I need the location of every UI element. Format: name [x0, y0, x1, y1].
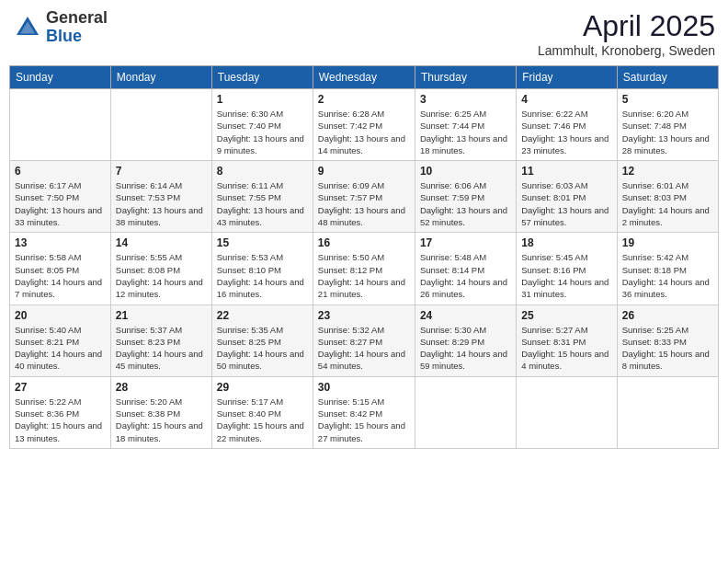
day-number: 27	[15, 381, 106, 394]
day-number: 14	[116, 236, 207, 249]
calendar-cell: 28Sunrise: 5:20 AM Sunset: 8:38 PM Dayli…	[110, 376, 211, 448]
calendar-cell: 11Sunrise: 6:03 AM Sunset: 8:01 PM Dayli…	[517, 161, 618, 233]
day-info: Sunrise: 6:14 AM Sunset: 7:53 PM Dayligh…	[116, 179, 207, 228]
week-row-3: 20Sunrise: 5:40 AM Sunset: 8:21 PM Dayli…	[10, 304, 719, 376]
day-number: 29	[217, 381, 308, 394]
calendar-cell: 23Sunrise: 5:32 AM Sunset: 8:27 PM Dayli…	[313, 304, 415, 376]
day-number: 23	[318, 309, 410, 322]
day-number: 15	[217, 236, 308, 249]
title-block: April 2025 Lammhult, Kronoberg, Sweden	[538, 9, 715, 58]
calendar-cell: 25Sunrise: 5:27 AM Sunset: 8:31 PM Dayli…	[517, 304, 618, 376]
calendar-cell: 10Sunrise: 6:06 AM Sunset: 7:59 PM Dayli…	[415, 161, 516, 233]
day-number: 11	[521, 165, 612, 178]
calendar-cell: 24Sunrise: 5:30 AM Sunset: 8:29 PM Dayli…	[415, 304, 516, 376]
day-number: 9	[318, 165, 410, 178]
day-info: Sunrise: 5:45 AM Sunset: 8:16 PM Dayligh…	[521, 251, 612, 300]
day-number: 21	[116, 309, 207, 322]
calendar-cell: 6Sunrise: 6:17 AM Sunset: 7:50 PM Daylig…	[10, 161, 111, 233]
calendar-cell: 7Sunrise: 6:14 AM Sunset: 7:53 PM Daylig…	[110, 161, 211, 233]
day-info: Sunrise: 5:30 AM Sunset: 8:29 PM Dayligh…	[420, 324, 511, 373]
calendar-cell	[517, 376, 618, 448]
day-header-sunday: Sunday	[10, 66, 111, 89]
logo-text: General Blue	[46, 9, 108, 46]
day-info: Sunrise: 6:17 AM Sunset: 7:50 PM Dayligh…	[15, 179, 106, 228]
day-number: 10	[420, 165, 511, 178]
day-number: 17	[420, 236, 511, 249]
day-number: 1	[217, 93, 308, 106]
calendar-cell: 27Sunrise: 5:22 AM Sunset: 8:36 PM Dayli…	[10, 376, 111, 448]
calendar-cell: 3Sunrise: 6:25 AM Sunset: 7:44 PM Daylig…	[415, 89, 516, 161]
day-info: Sunrise: 6:22 AM Sunset: 7:46 PM Dayligh…	[521, 108, 612, 156]
day-number: 26	[622, 309, 713, 322]
calendar-cell: 16Sunrise: 5:50 AM Sunset: 8:12 PM Dayli…	[313, 233, 415, 304]
day-number: 5	[622, 93, 713, 106]
day-number: 8	[217, 165, 308, 178]
day-header-monday: Monday	[110, 66, 211, 89]
header-row: SundayMondayTuesdayWednesdayThursdayFrid…	[10, 66, 719, 89]
calendar-cell: 30Sunrise: 5:15 AM Sunset: 8:42 PM Dayli…	[313, 376, 415, 448]
calendar-cell: 2Sunrise: 6:28 AM Sunset: 7:42 PM Daylig…	[313, 89, 415, 161]
calendar-cell: 21Sunrise: 5:37 AM Sunset: 8:23 PM Dayli…	[110, 304, 211, 376]
day-info: Sunrise: 6:11 AM Sunset: 7:55 PM Dayligh…	[217, 179, 308, 228]
day-info: Sunrise: 6:20 AM Sunset: 7:48 PM Dayligh…	[622, 108, 713, 156]
calendar-cell: 9Sunrise: 6:09 AM Sunset: 7:57 PM Daylig…	[313, 161, 415, 233]
day-number: 16	[318, 236, 410, 249]
day-number: 6	[15, 165, 106, 178]
day-info: Sunrise: 5:53 AM Sunset: 8:10 PM Dayligh…	[217, 251, 308, 300]
week-row-0: 1Sunrise: 6:30 AM Sunset: 7:40 PM Daylig…	[10, 89, 719, 161]
day-number: 2	[318, 93, 410, 106]
day-info: Sunrise: 6:03 AM Sunset: 8:01 PM Dayligh…	[521, 179, 612, 228]
day-number: 28	[116, 381, 207, 394]
week-row-4: 27Sunrise: 5:22 AM Sunset: 8:36 PM Dayli…	[10, 376, 719, 448]
calendar-cell	[415, 376, 516, 448]
day-info: Sunrise: 5:15 AM Sunset: 8:42 PM Dayligh…	[318, 396, 410, 444]
calendar-cell: 15Sunrise: 5:53 AM Sunset: 8:10 PM Dayli…	[211, 233, 313, 304]
day-header-thursday: Thursday	[415, 66, 516, 89]
calendar-cell: 20Sunrise: 5:40 AM Sunset: 8:21 PM Dayli…	[10, 304, 111, 376]
logo-blue: Blue	[46, 28, 108, 46]
month-title: April 2025	[538, 9, 715, 43]
calendar: SundayMondayTuesdayWednesdayThursdayFrid…	[9, 65, 719, 449]
calendar-cell: 22Sunrise: 5:35 AM Sunset: 8:25 PM Dayli…	[211, 304, 313, 376]
day-info: Sunrise: 5:20 AM Sunset: 8:38 PM Dayligh…	[116, 396, 207, 444]
calendar-cell: 5Sunrise: 6:20 AM Sunset: 7:48 PM Daylig…	[617, 89, 718, 161]
calendar-cell	[10, 89, 111, 161]
logo: General Blue	[13, 9, 108, 46]
day-info: Sunrise: 6:01 AM Sunset: 8:03 PM Dayligh…	[622, 179, 713, 228]
calendar-cell	[110, 89, 211, 161]
day-info: Sunrise: 6:28 AM Sunset: 7:42 PM Dayligh…	[318, 108, 410, 156]
day-number: 13	[15, 236, 106, 249]
location: Lammhult, Kronoberg, Sweden	[538, 43, 715, 58]
day-info: Sunrise: 5:27 AM Sunset: 8:31 PM Dayligh…	[521, 324, 612, 373]
calendar-cell: 14Sunrise: 5:55 AM Sunset: 8:08 PM Dayli…	[110, 233, 211, 304]
calendar-cell: 19Sunrise: 5:42 AM Sunset: 8:18 PM Dayli…	[617, 233, 718, 304]
day-info: Sunrise: 6:09 AM Sunset: 7:57 PM Dayligh…	[318, 179, 410, 228]
day-info: Sunrise: 6:06 AM Sunset: 7:59 PM Dayligh…	[420, 179, 511, 228]
week-row-2: 13Sunrise: 5:58 AM Sunset: 8:05 PM Dayli…	[10, 233, 719, 304]
day-number: 4	[521, 93, 612, 106]
calendar-cell: 13Sunrise: 5:58 AM Sunset: 8:05 PM Dayli…	[10, 233, 111, 304]
day-info: Sunrise: 6:25 AM Sunset: 7:44 PM Dayligh…	[420, 108, 511, 156]
calendar-cell	[617, 376, 718, 448]
day-info: Sunrise: 6:30 AM Sunset: 7:40 PM Dayligh…	[217, 108, 308, 156]
calendar-cell: 1Sunrise: 6:30 AM Sunset: 7:40 PM Daylig…	[211, 89, 313, 161]
day-info: Sunrise: 5:42 AM Sunset: 8:18 PM Dayligh…	[622, 251, 713, 300]
day-info: Sunrise: 5:37 AM Sunset: 8:23 PM Dayligh…	[116, 324, 207, 373]
day-info: Sunrise: 5:25 AM Sunset: 8:33 PM Dayligh…	[622, 324, 713, 373]
calendar-header: SundayMondayTuesdayWednesdayThursdayFrid…	[10, 66, 719, 89]
logo-general: General	[46, 9, 108, 28]
day-number: 20	[15, 309, 106, 322]
day-info: Sunrise: 5:17 AM Sunset: 8:40 PM Dayligh…	[217, 396, 308, 444]
day-number: 25	[521, 309, 612, 322]
day-header-tuesday: Tuesday	[211, 66, 313, 89]
day-number: 3	[420, 93, 511, 106]
day-number: 30	[318, 381, 410, 394]
day-number: 18	[521, 236, 612, 249]
calendar-cell: 17Sunrise: 5:48 AM Sunset: 8:14 PM Dayli…	[415, 233, 516, 304]
day-info: Sunrise: 5:22 AM Sunset: 8:36 PM Dayligh…	[15, 396, 106, 444]
day-header-wednesday: Wednesday	[313, 66, 415, 89]
day-header-saturday: Saturday	[617, 66, 718, 89]
calendar-cell: 12Sunrise: 6:01 AM Sunset: 8:03 PM Dayli…	[617, 161, 718, 233]
day-number: 19	[622, 236, 713, 249]
day-number: 22	[217, 309, 308, 322]
